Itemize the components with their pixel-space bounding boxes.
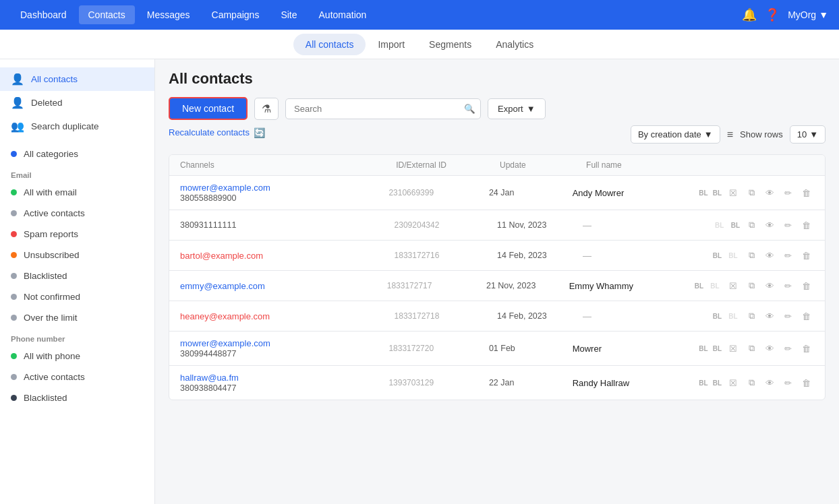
action-edit-icon[interactable]: ✏	[780, 217, 796, 233]
main-layout: 👤 All contacts 👤 Deleted 👥 Search duplic…	[0, 59, 839, 504]
action-x-icon[interactable]: ☒	[725, 340, 741, 356]
sidebar-item-active-contacts-email[interactable]: Active contacts	[0, 203, 154, 224]
action-bl2-icon[interactable]: BL	[712, 378, 723, 388]
action-eye-icon[interactable]: 👁	[761, 247, 778, 263]
action-bl-icon[interactable]: BL	[697, 378, 709, 388]
sidebar-item-not-confirmed[interactable]: Not confirmed	[0, 286, 154, 307]
action-edit-icon[interactable]: ✏	[780, 340, 796, 356]
action-x-icon[interactable]: ☒	[725, 278, 741, 294]
tab-all-contacts[interactable]: All contacts	[293, 34, 366, 55]
action-eye-icon[interactable]: 👁	[761, 340, 778, 356]
sidebar-label-deleted: Deleted	[31, 98, 63, 108]
action-x-icon[interactable]: ☒	[725, 375, 741, 391]
action-delete-icon[interactable]: 🗑	[798, 340, 814, 356]
dot-gray-icon	[11, 210, 17, 216]
action-delete-icon[interactable]: 🗑	[798, 278, 814, 294]
sidebar-item-blacklisted-phone[interactable]: Blacklisted	[0, 387, 154, 408]
action-bl-gray2-icon[interactable]: BL	[725, 247, 741, 263]
action-x-icon[interactable]: ☒	[725, 185, 741, 201]
table-row: 380931111111 2309204342 11 Nov, 2023 — B…	[169, 210, 825, 241]
cell-name-0: Andy Mowrer	[570, 188, 695, 198]
sidebar-item-all-with-phone[interactable]: All with phone	[0, 346, 154, 367]
sidebar-item-over-the-limit[interactable]: Over the limit	[0, 307, 154, 328]
tab-import[interactable]: Import	[366, 34, 417, 55]
sidebar-item-spam-reports[interactable]: Spam reports	[0, 224, 154, 245]
action-eye-icon[interactable]: 👁	[761, 217, 778, 233]
action-bl-icon[interactable]: BL	[712, 311, 723, 321]
cell-actions-4: BL BL ⧉ 👁 ✏ 🗑	[709, 308, 817, 324]
nav-contacts[interactable]: Contacts	[79, 5, 135, 24]
action-delete-icon[interactable]: 🗑	[798, 247, 814, 263]
action-eye-icon[interactable]: 👁	[761, 185, 778, 201]
help-icon[interactable]: ❓	[765, 7, 780, 22]
action-delete-icon[interactable]: 🗑	[798, 217, 814, 233]
sort-order-icon[interactable]: ≡	[727, 129, 733, 141]
action-copy-icon[interactable]: ⧉	[743, 340, 759, 356]
action-copy-icon[interactable]: ⧉	[743, 217, 759, 233]
sidebar-item-all-with-email[interactable]: All with email	[0, 182, 154, 203]
action-copy-icon[interactable]: ⧉	[743, 185, 759, 201]
nav-campaigns[interactable]: Campaigns	[202, 5, 269, 24]
search-input[interactable]	[285, 98, 481, 119]
sidebar-item-unsubscribed[interactable]: Unsubscribed	[0, 245, 154, 265]
action-bl-icon[interactable]: BL	[697, 344, 709, 354]
tab-analytics[interactable]: Analytics	[484, 34, 546, 55]
sidebar-item-active-contacts-phone[interactable]: Active contacts	[0, 367, 154, 387]
rows-count-button[interactable]: 10 ▼	[790, 125, 826, 144]
nav-site[interactable]: Site	[271, 5, 306, 24]
action-eye-icon[interactable]: 👁	[761, 308, 778, 324]
action-edit-icon[interactable]: ✏	[780, 375, 796, 391]
cell-name-4: —	[580, 311, 709, 321]
cell-channel-2: bartol@example.com	[177, 251, 392, 261]
new-contact-button[interactable]: New contact	[169, 97, 248, 120]
action-copy-icon[interactable]: ⧉	[743, 375, 759, 391]
action-bl-gray-icon[interactable]: BL	[712, 217, 728, 233]
action-eye-icon[interactable]: 👁	[761, 278, 778, 294]
action-edit-icon[interactable]: ✏	[780, 247, 796, 263]
nav-automation[interactable]: Automation	[310, 5, 376, 24]
sidebar-item-deleted[interactable]: 👤 Deleted	[0, 91, 154, 115]
cell-email-5: mowrer@example.com	[180, 338, 383, 348]
action-delete-icon[interactable]: 🗑	[798, 375, 814, 391]
action-bl-icon[interactable]: BL	[693, 281, 705, 291]
action-bl-icon[interactable]: BL	[697, 188, 709, 198]
action-copy-icon[interactable]: ⧉	[743, 308, 759, 324]
action-delete-icon[interactable]: 🗑	[798, 308, 814, 324]
main-content: All contacts New contact ⚗ 🔍 Export ▼ Re…	[155, 59, 839, 504]
sort-button[interactable]: By creation date ▼	[631, 125, 720, 144]
action-copy-icon[interactable]: ⧉	[743, 278, 759, 294]
action-eye-icon[interactable]: 👁	[761, 375, 778, 391]
action-bl2-icon[interactable]: BL	[712, 188, 723, 198]
action-edit-icon[interactable]: ✏	[780, 278, 796, 294]
recalculate-link[interactable]: Recalculate contacts	[169, 127, 250, 137]
sidebar-item-all-categories[interactable]: All categories	[0, 144, 154, 164]
sidebar-item-search-duplicate[interactable]: 👥 Search duplicate	[0, 115, 154, 138]
action-edit-icon[interactable]: ✏	[780, 308, 796, 324]
cell-actions-6: BL BL ☒ ⧉ 👁 ✏ 🗑	[695, 375, 817, 391]
cell-actions-3: BL BL ☒ ⧉ 👁 ✏ 🗑	[691, 278, 817, 294]
nav-links: Dashboard Contacts Messages Campaigns Si…	[11, 5, 376, 24]
cell-date-6: 22 Jan	[486, 378, 570, 387]
cell-email-2: bartol@example.com	[180, 251, 389, 261]
cell-actions-5: BL BL ☒ ⧉ 👁 ✏ 🗑	[695, 340, 817, 356]
search-submit-button[interactable]: 🔍	[464, 104, 475, 114]
action-bl-gray2-icon[interactable]: BL	[725, 308, 741, 324]
action-copy-icon[interactable]: ⧉	[743, 247, 759, 263]
action-bl-gray2-icon[interactable]: BL	[707, 278, 723, 294]
action-bl-icon[interactable]: BL	[712, 251, 723, 261]
notifications-icon[interactable]: 🔔	[742, 7, 757, 22]
action-bl2-icon[interactable]: BL	[712, 344, 723, 354]
sidebar-item-all-contacts[interactable]: 👤 All contacts	[0, 67, 154, 91]
table-row: mowrer@example.com 380994448877 18331727…	[169, 332, 825, 366]
sidebar-item-blacklisted-email[interactable]: Blacklisted	[0, 265, 154, 286]
action-bl2-icon[interactable]: BL	[730, 220, 741, 230]
action-edit-icon[interactable]: ✏	[780, 185, 796, 201]
org-selector[interactable]: MyOrg ▼	[788, 9, 828, 20]
tab-segments[interactable]: Segments	[417, 34, 484, 55]
action-delete-icon[interactable]: 🗑	[798, 185, 814, 201]
filter-button[interactable]: ⚗	[254, 98, 279, 120]
export-button[interactable]: Export ▼	[488, 98, 545, 119]
nav-messages[interactable]: Messages	[138, 5, 200, 24]
cell-name-5: Mowrer	[570, 344, 695, 354]
nav-dashboard[interactable]: Dashboard	[11, 5, 76, 24]
